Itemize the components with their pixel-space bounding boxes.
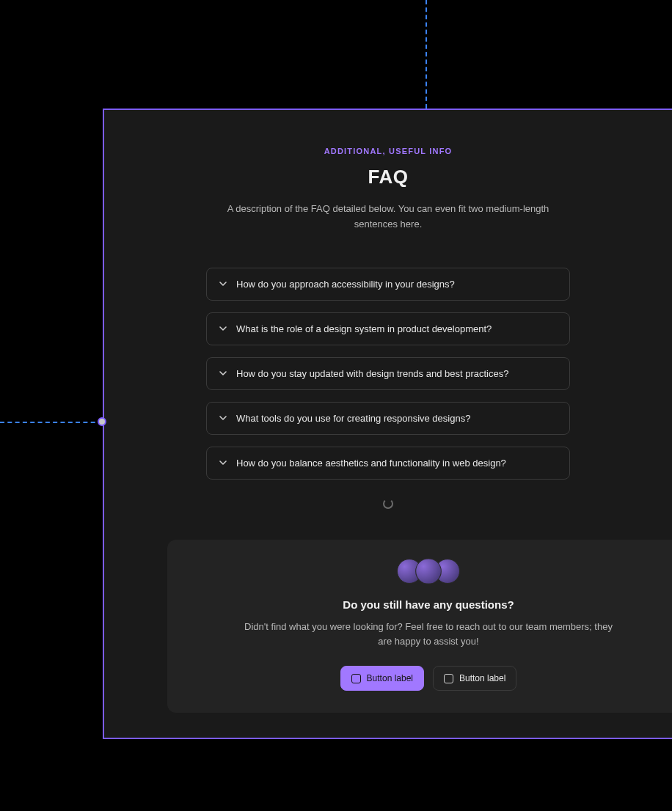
button-label: Button label xyxy=(367,673,413,683)
avatar xyxy=(415,558,442,584)
faq-question: What is the role of a design system in p… xyxy=(236,323,492,334)
faq-section-frame[interactable]: ADDITIONAL, USEFUL INFO FAQ A descriptio… xyxy=(103,109,672,739)
guide-horizontal xyxy=(0,422,103,423)
selection-handle[interactable] xyxy=(98,417,106,426)
faq-question: How do you stay updated with design tren… xyxy=(236,368,508,379)
faq-item[interactable]: What tools do you use for creating respo… xyxy=(206,402,570,435)
cta-subtitle: Didn't find what you were looking for? F… xyxy=(238,620,619,650)
faq-item[interactable]: How do you balance aesthetics and functi… xyxy=(206,447,570,480)
faq-item[interactable]: How do you approach accessibility in you… xyxy=(206,268,570,301)
page-title: FAQ xyxy=(104,166,672,188)
faq-item[interactable]: How do you stay updated with design tren… xyxy=(206,357,570,390)
cta-title: Do you still have any questions? xyxy=(189,598,668,611)
cta-card: Do you still have any questions? Didn't … xyxy=(167,540,672,713)
cta-primary-button[interactable]: Button label xyxy=(340,666,424,691)
chevron-down-icon xyxy=(219,458,227,467)
faq-question: What tools do you use for creating respo… xyxy=(236,413,470,424)
chevron-down-icon xyxy=(219,279,227,288)
button-label: Button label xyxy=(459,673,505,683)
guide-vertical xyxy=(426,0,427,109)
cta-secondary-button[interactable]: Button label xyxy=(433,666,516,691)
eyebrow-text: ADDITIONAL, USEFUL INFO xyxy=(104,147,672,155)
square-icon xyxy=(444,674,453,683)
faq-item[interactable]: What is the role of a design system in p… xyxy=(206,312,570,345)
chevron-down-icon xyxy=(219,414,227,422)
loading-spinner-icon xyxy=(383,499,393,509)
frame-content: ADDITIONAL, USEFUL INFO FAQ A descriptio… xyxy=(104,110,672,713)
avatar-group xyxy=(189,559,668,584)
chevron-down-icon xyxy=(219,369,227,378)
faq-accordion: How do you approach accessibility in you… xyxy=(206,268,570,480)
chevron-down-icon xyxy=(219,324,227,333)
page-description: A description of the FAQ detailed below.… xyxy=(216,202,560,232)
cta-actions: Button label Button label xyxy=(189,666,668,691)
faq-question: How do you approach accessibility in you… xyxy=(236,279,455,290)
square-icon xyxy=(351,674,361,683)
faq-question: How do you balance aesthetics and functi… xyxy=(236,458,506,469)
faq-header: ADDITIONAL, USEFUL INFO FAQ A descriptio… xyxy=(104,147,672,232)
